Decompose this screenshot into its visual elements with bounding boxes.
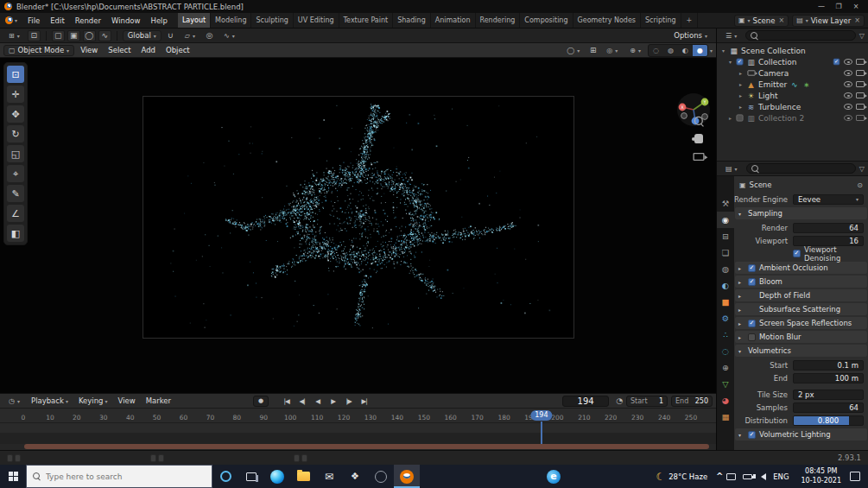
window-close-button[interactable]: ×	[848, 1, 864, 12]
app-blender[interactable]	[394, 465, 420, 488]
viewport-menu-view[interactable]: View	[76, 46, 102, 54]
tile-size-dropdown[interactable]: 2 px	[793, 390, 864, 400]
outliner-row-light[interactable]: ▸ ☀ Light	[717, 90, 868, 101]
outliner-row-turbulence[interactable]: ▸ ≋ Turbulence	[717, 101, 868, 112]
expand-icon[interactable]: ▾	[720, 48, 726, 54]
workspace-tab-uv-editing[interactable]: UV Editing	[294, 13, 339, 28]
render-engine-dropdown[interactable]: Eevee ▾	[793, 194, 864, 205]
tab-object-data[interactable]: ▽	[717, 376, 734, 392]
tool-transform[interactable]: ⌖	[7, 165, 24, 182]
outliner-row-scene-collection[interactable]: ▾ ▦ Scene Collection	[717, 45, 868, 56]
timeline-menu-playback[interactable]: Playback▾	[27, 396, 73, 405]
select-mode-lasso-button[interactable]: ∿	[98, 30, 111, 41]
window-minimize-button[interactable]: —	[814, 1, 829, 12]
current-frame-badge[interactable]: 194	[530, 410, 552, 421]
outliner-row-collection[interactable]: ▾ ▥ Collection	[717, 56, 868, 67]
transform-orientation-dropdown[interactable]: Global ▾	[123, 30, 162, 41]
auto-keying-record-button[interactable]: ●	[253, 396, 269, 407]
tool-scale[interactable]: ◱	[7, 145, 24, 162]
tool-measure[interactable]: ∠	[7, 205, 24, 222]
zoom-button[interactable]	[691, 113, 706, 129]
panel-checkbox[interactable]	[748, 278, 756, 286]
workspace-tab-scripting[interactable]: Scripting	[641, 13, 681, 28]
visibility-eye-icon[interactable]	[844, 104, 852, 110]
taskbar-clock[interactable]: 08:45 PM 10-10-2021	[796, 467, 847, 485]
outliner-row-collection-2[interactable]: ▸ ▥ Collection 2	[717, 112, 868, 124]
screen-space-reflections-panel[interactable]: ▸ Screen Space Reflections	[735, 317, 867, 329]
panel-checkbox[interactable]	[748, 320, 756, 327]
render-camera-icon[interactable]	[856, 104, 865, 110]
volumetrics-section-header[interactable]: ▾ Volumetrics	[735, 345, 867, 357]
render-camera-icon[interactable]	[856, 115, 865, 121]
shading-rendered-button[interactable]: ●	[693, 45, 707, 56]
playhead[interactable]	[541, 421, 542, 444]
ambient-occlusion-panel[interactable]: ▸ Ambient Occlusion	[735, 262, 867, 274]
tool-select-box[interactable]: ⊡	[7, 66, 24, 83]
tray-display-icon[interactable]	[726, 473, 736, 480]
outliner-row-emitter[interactable]: ▸ ▲ Emitter ∿ ∗	[717, 79, 868, 90]
task-view-button[interactable]	[238, 465, 264, 488]
volumetrics-end-field[interactable]: 100 m	[793, 373, 864, 383]
falloff-dropdown[interactable]: ∿ ▾	[219, 30, 240, 41]
view-layer-selector[interactable]: ▤ ▾ View Layer ×	[792, 15, 865, 27]
outliner-display-mode-button[interactable]: ☰ ▾	[720, 30, 742, 41]
viewport-menu-select[interactable]: Select	[104, 46, 135, 54]
menu-item-edit[interactable]: Edit	[45, 16, 69, 25]
sampling-render-field[interactable]: 64	[793, 223, 864, 233]
tool-add-cube[interactable]: ◧	[7, 225, 24, 242]
render-camera-icon[interactable]	[856, 81, 865, 87]
viewport[interactable]: ⊡ ✛ ✥ ↻ ◱ ⌖ ✎ ∠ ◧ X	[0, 58, 716, 393]
expand-icon[interactable]: ▸	[738, 104, 744, 110]
expand-icon[interactable]: ▸	[738, 70, 744, 76]
shading-solid-button[interactable]: ◍	[663, 45, 678, 56]
render-camera-icon[interactable]	[856, 70, 865, 76]
visibility-eye-icon[interactable]	[844, 59, 852, 65]
volumetric-lighting-checkbox[interactable]	[748, 431, 756, 439]
xray-toggle-button[interactable]: ⊞	[586, 45, 599, 56]
timeline-menu-marker[interactable]: Marker	[142, 396, 175, 405]
visibility-eye-icon[interactable]	[844, 115, 852, 121]
visibility-eye-icon[interactable]	[844, 81, 852, 87]
tray-volume-icon[interactable]	[752, 473, 766, 480]
expand-icon[interactable]: ▾	[727, 59, 733, 65]
options-dropdown[interactable]: Options ▾	[668, 30, 713, 41]
tab-render[interactable]: ◉	[717, 212, 734, 228]
depth-of-field-panel[interactable]: ▸ Depth of Field	[735, 289, 867, 301]
pin-icon[interactable]: ⊙	[857, 181, 863, 189]
selectability-dropdown[interactable]: ◯ ▾	[561, 45, 585, 56]
panel-checkbox[interactable]	[748, 264, 756, 272]
weather-widget[interactable]: ☾ 28°C Haze	[650, 471, 713, 483]
tab-tool[interactable]: ⚒	[717, 195, 734, 212]
bloom-panel[interactable]: ▸ Bloom	[735, 276, 867, 288]
play-button[interactable]: ▶	[326, 396, 340, 407]
menu-item-render[interactable]: Render	[70, 16, 106, 25]
snap-target-dropdown[interactable]: ▱ ▾	[180, 30, 200, 41]
workspace-tab-shading[interactable]: Shading	[393, 13, 431, 28]
simulation-cache-strip[interactable]	[24, 444, 709, 449]
tab-scene[interactable]: ◍	[717, 261, 734, 277]
menu-item-file[interactable]: File	[22, 16, 45, 25]
expand-icon[interactable]: ▸	[738, 92, 744, 98]
filter-icon[interactable]: ▽	[859, 32, 865, 40]
tab-material[interactable]: ◕	[717, 392, 734, 409]
jump-to-end-button[interactable]: ▶|	[357, 396, 371, 407]
editor-type-button[interactable]: ⊞ ▾	[3, 30, 25, 41]
tray-battery-icon[interactable]	[736, 474, 752, 479]
volumetrics-start-field[interactable]: 0.1 m	[793, 360, 864, 371]
tool-cursor[interactable]: ✛	[7, 86, 24, 103]
snap-magnet-button[interactable]: ∪	[164, 30, 177, 41]
subsurface-scattering-panel[interactable]: ▸ Subsurface Scattering	[735, 303, 867, 315]
timeline-menu-keying[interactable]: Keying▾	[74, 396, 112, 405]
current-frame-field[interactable]: 194	[562, 396, 609, 407]
viewport-menu-add[interactable]: Add	[137, 46, 160, 54]
distribution-slider[interactable]: 0.800	[793, 415, 864, 426]
tool-annotate[interactable]: ✎	[7, 185, 24, 202]
end-frame-field[interactable]: End 250	[671, 396, 713, 407]
select-mode-circle-button[interactable]: ◯	[83, 30, 96, 41]
tab-particles[interactable]: ∴	[717, 326, 734, 343]
blender-menu-button[interactable]: ▾	[0, 16, 22, 24]
tab-view-layer[interactable]: ❏	[717, 244, 734, 261]
preview-range-toggle[interactable]: ◔	[616, 396, 623, 405]
workspace-tab-compositing[interactable]: Compositing	[520, 13, 573, 28]
panel-checkbox[interactable]	[748, 333, 756, 341]
